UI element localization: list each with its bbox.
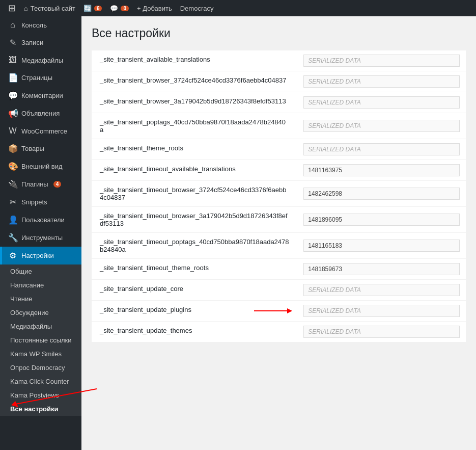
setting-key[interactable]: _site_transient_timeout_available_transl… (92, 160, 297, 180)
sidebar-label-pages: Страницы (21, 74, 52, 82)
setting-key[interactable]: _site_transient_theme_roots (92, 139, 297, 160)
settings-icon: ⚙ (8, 251, 17, 260)
comments-icon: 💬 (8, 91, 17, 100)
setting-value (297, 181, 466, 206)
ads-icon: 📢 (8, 109, 17, 118)
sidebar-label-appearance: Внешний вид (21, 163, 63, 170)
setting-key[interactable]: _site_transient_available_translations (92, 50, 297, 71)
table-row: _site_transient_timeout_poptags_40cd750b… (92, 233, 466, 259)
sidebar-label-ads: Объявления (21, 110, 60, 117)
setting-key[interactable]: _site_transient_update_core (92, 280, 297, 300)
setting-value-input (303, 120, 460, 132)
table-row: _site_transient_browser_3a179042b5d9d187… (92, 92, 466, 113)
submenu-item-writing[interactable]: Написание (0, 278, 81, 292)
table-row: _site_transient_timeout_browser_3a179042… (92, 207, 466, 233)
products-icon: 📦 (8, 144, 17, 153)
table-row: _site_transient_theme_roots (92, 139, 466, 160)
sidebar-label-users: Пользователи (21, 216, 65, 224)
sidebar-item-pages[interactable]: 📄 Страницы (0, 69, 81, 87)
page-title: Все настройки (92, 27, 466, 40)
submenu-item-opros-democracy[interactable]: Опрос Democracy (0, 361, 81, 375)
setting-value-input[interactable] (303, 188, 460, 200)
updates-icon: 🔄 (83, 5, 92, 12)
sidebar-item-appearance[interactable]: 🎨 Внешний вид (0, 157, 81, 175)
setting-key[interactable]: _site_transient_poptags_40cd750bba9870f1… (92, 113, 297, 139)
setting-value-input[interactable] (303, 263, 460, 275)
setting-value-input (303, 75, 460, 88)
setting-value (297, 160, 466, 180)
setting-value (297, 233, 466, 258)
sidebar-item-tools[interactable]: 🔧 Инструменты (0, 229, 81, 247)
sidebar-item-woocommerce[interactable]: W WooCommerce (0, 122, 81, 140)
snippets-icon: ✂ (8, 197, 17, 207)
plugin-label: Democracy (180, 5, 214, 12)
setting-value-input[interactable] (303, 164, 460, 176)
submenu-item-reading[interactable]: Чтение (0, 292, 81, 306)
setting-value (297, 322, 466, 342)
media-icon: 🖼 (8, 56, 17, 65)
setting-value (297, 113, 466, 139)
submenu-item-all-settings[interactable]: Все настройки (0, 402, 81, 416)
sidebar-label-snippets: Snippets (21, 198, 47, 206)
sidebar-label-woocommerce: WooCommerce (21, 127, 67, 135)
sidebar-item-posts[interactable]: ✎ Записи (0, 34, 81, 51)
setting-key[interactable]: _site_transient_timeout_theme_roots (92, 259, 297, 279)
setting-key[interactable]: _site_transient_browser_3724cf524ce46cd3… (92, 71, 297, 92)
sidebar-item-settings[interactable]: ⚙ Настройки (0, 247, 81, 264)
sidebar-label-settings: Настройки (21, 252, 54, 259)
setting-key[interactable]: _site_transient_browser_3a179042b5d9d187… (92, 92, 297, 113)
sidebar-item-snippets[interactable]: ✂ Snippets (0, 193, 81, 211)
home-icon: ⌂ (24, 5, 28, 12)
add-new-item[interactable]: + Добавить (133, 0, 176, 16)
admin-bar: ⊞ ⌂ Тестовый сайт 🔄 6 💬 0 + Добавить Dem… (0, 0, 476, 16)
setting-key[interactable]: _site_transient_update_themes (92, 322, 297, 342)
sidebar-label-products: Товары (21, 145, 44, 152)
sidebar-item-ads[interactable]: 📢 Объявления (0, 104, 81, 122)
updates-item[interactable]: 🔄 6 (79, 0, 106, 16)
setting-value-input (303, 143, 460, 155)
settings-table: _site_transient_available_translations_s… (92, 50, 466, 342)
setting-value (297, 207, 466, 232)
setting-key[interactable]: _site_transient_timeout_poptags_40cd750b… (92, 233, 297, 258)
table-row: _site_transient_update_themes (92, 322, 466, 342)
sidebar-item-products[interactable]: 📦 Товары (0, 140, 81, 157)
table-row: _site_transient_timeout_theme_roots (92, 259, 466, 280)
sidebar-item-media[interactable]: 🖼 Медиафайлы (0, 51, 81, 69)
table-row: _site_transient_browser_3724cf524ce46cd3… (92, 71, 466, 92)
table-row: _site_transient_timeout_browser_3724cf52… (92, 181, 466, 207)
plugins-icon: 🔌 (8, 179, 17, 189)
tools-icon: 🔧 (8, 233, 17, 243)
setting-value (297, 280, 466, 300)
setting-value-input[interactable] (303, 240, 460, 252)
plugin-democracy-item[interactable]: Democracy (176, 0, 218, 16)
submenu-item-discussion[interactable]: Обсуждение (0, 306, 81, 320)
sidebar: ⌂ Консоль ✎ Записи 🖼 Медиафайлы 📄 Страни… (0, 16, 81, 450)
table-row: _site_transient_update_core (92, 280, 466, 301)
posts-icon: ✎ (8, 38, 17, 47)
setting-value-input (303, 55, 460, 67)
setting-value (297, 301, 466, 321)
pages-icon: 📄 (8, 73, 17, 83)
setting-value-input (303, 284, 460, 296)
sidebar-item-comments[interactable]: 💬 Комментарии (0, 87, 81, 104)
submenu-item-permalinks[interactable]: Постоянные ссылки (0, 333, 81, 347)
comments-count: 0 (121, 6, 129, 11)
setting-value-input[interactable] (303, 214, 460, 226)
submenu-item-media[interactable]: Медиафайлы (0, 320, 81, 333)
setting-value (297, 92, 466, 113)
site-name-item[interactable]: ⌂ Тестовый сайт (20, 0, 79, 16)
wp-logo-item[interactable]: ⊞ (4, 0, 20, 16)
comments-item[interactable]: 💬 0 (106, 0, 133, 16)
sidebar-label-tools: Инструменты (21, 234, 63, 242)
setting-key[interactable]: _site_transient_timeout_browser_3724cf52… (92, 181, 297, 206)
comments-icon: 💬 (110, 5, 118, 12)
submenu-item-kama-click-counter[interactable]: Kama Click Counter (0, 375, 81, 388)
submenu-item-general[interactable]: Общие (0, 264, 81, 278)
submenu-item-kama-postviews[interactable]: Kama Postviews (0, 388, 81, 402)
setting-key[interactable]: _site_transient_update_plugins (92, 301, 297, 321)
sidebar-item-console[interactable]: ⌂ Консоль (0, 16, 81, 34)
submenu-item-kama-wp-smiles[interactable]: Kama WP Smiles (0, 347, 81, 361)
setting-key[interactable]: _site_transient_timeout_browser_3a179042… (92, 207, 297, 232)
sidebar-item-plugins[interactable]: 🔌 Плагины 4 (0, 175, 81, 193)
sidebar-item-users[interactable]: 👤 Пользователи (0, 211, 81, 229)
